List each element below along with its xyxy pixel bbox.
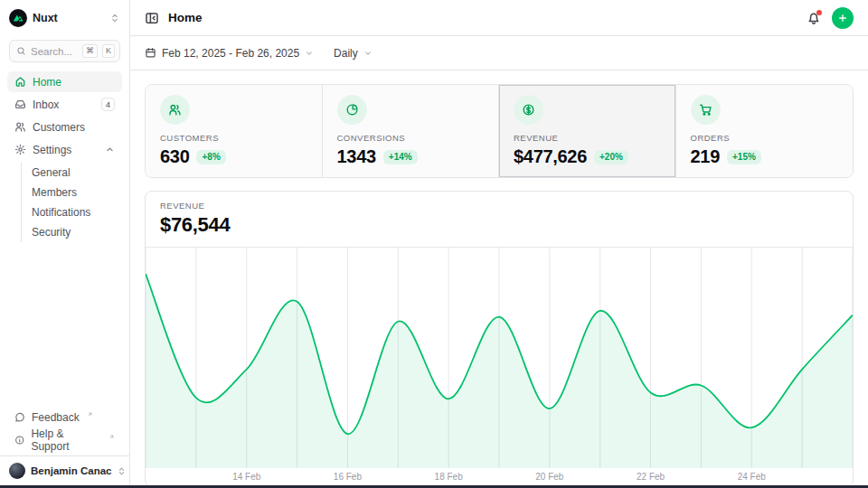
page-title: Home — [168, 11, 203, 24]
workspace-selector[interactable]: Nuxt — [0, 0, 129, 36]
calendar-icon — [145, 47, 156, 59]
users-icon — [14, 121, 26, 133]
chevrons-up-down-icon — [117, 466, 127, 476]
sidebar-item-home[interactable]: Home — [7, 71, 122, 92]
sidebar-item-label: Settings — [33, 144, 71, 156]
chart-total-value: $76,544 — [160, 213, 838, 237]
footer-link-label: Feedback — [32, 411, 80, 424]
nuxt-logo-icon — [9, 9, 27, 27]
sidebar-item-inbox[interactable]: Inbox 4 — [7, 94, 122, 115]
page-header: Home — [130, 0, 868, 36]
period-select[interactable]: Daily — [334, 47, 373, 60]
help-support-link[interactable]: Help & Support — [7, 429, 122, 450]
header-actions — [807, 7, 854, 29]
app-window: Nuxt ⌘ K Home Inbox 4 Customers — [0, 0, 868, 485]
stat-delta-badge: +15% — [727, 150, 761, 164]
avatar — [9, 463, 25, 479]
period-label: Daily — [334, 47, 358, 60]
plus-icon — [837, 13, 848, 23]
x-axis-tick-label: 20 Feb — [535, 472, 563, 482]
kbd-key: K — [102, 44, 115, 58]
sidebar-item-label: Home — [33, 76, 61, 89]
inbox-icon — [14, 99, 26, 110]
sidebar: Nuxt ⌘ K Home Inbox 4 Customers — [0, 0, 130, 485]
user-name: Benjamin Canac — [31, 465, 111, 476]
sidebar-collapse-button[interactable] — [145, 11, 159, 25]
search-input-wrapper[interactable]: ⌘ K — [9, 40, 120, 62]
stat-delta-badge: +14% — [383, 150, 418, 164]
stat-label: REVENUE — [514, 133, 661, 143]
sub-item-label: Members — [32, 186, 77, 199]
sub-item-label: Notifications — [32, 206, 90, 219]
chevron-down-icon — [363, 49, 373, 58]
stats-row: CUSTOMERS 630 +8% CONVERSIONS 1343 +14% — [145, 84, 854, 178]
x-axis-tick-label: 16 Feb — [334, 472, 362, 482]
chevron-up-icon — [105, 145, 115, 155]
kbd-meta: ⌘ — [82, 44, 98, 58]
revenue-chart-card: REVENUE $76,544 14 Feb16 Feb18 Feb20 Feb… — [145, 191, 854, 485]
notification-dot — [816, 10, 822, 15]
info-circle-icon — [14, 435, 24, 446]
feedback-link[interactable]: Feedback — [7, 407, 122, 427]
user-menu[interactable]: Benjamin Canac — [0, 455, 129, 485]
chart-title: REVENUE — [160, 201, 838, 211]
sidebar-spacer — [0, 243, 129, 407]
sidebar-item-label: Customers — [33, 121, 85, 134]
sub-item-label: Security — [32, 226, 71, 239]
date-range-picker[interactable]: Feb 12, 2025 - Feb 26, 2025 — [145, 47, 314, 60]
revenue-area-chart[interactable] — [146, 248, 853, 468]
dashboard-content: CUSTOMERS 630 +8% CONVERSIONS 1343 +14% — [130, 70, 868, 485]
stat-label: ORDERS — [691, 133, 839, 143]
stat-delta-badge: +8% — [196, 150, 225, 164]
arrow-up-right-icon — [108, 434, 115, 440]
search-input[interactable] — [31, 46, 78, 57]
x-axis-tick-label: 14 Feb — [232, 472, 260, 482]
message-bubble-icon — [14, 412, 25, 423]
panel-left-icon — [145, 11, 159, 25]
shopping-cart-icon — [691, 95, 721, 125]
stat-value: $477,626 — [514, 146, 587, 167]
notifications-button[interactable] — [807, 11, 821, 25]
date-range-label: Feb 12, 2025 - Feb 26, 2025 — [162, 47, 299, 60]
workspace-name: Nuxt — [33, 12, 58, 24]
chevron-down-icon — [305, 49, 314, 58]
search-icon — [16, 46, 26, 56]
stat-value: 219 — [691, 146, 720, 167]
stat-card-conversions[interactable]: CONVERSIONS 1343 +14% — [323, 85, 500, 177]
x-axis-tick-label: 18 Feb — [435, 472, 463, 482]
sidebar-item-label: Inbox — [33, 99, 59, 111]
sidebar-item-security[interactable]: Security — [22, 222, 122, 242]
home-icon — [14, 76, 26, 88]
settings-subnav: General Members Notifications Security — [21, 163, 122, 242]
sidebar-item-customers[interactable]: Customers — [7, 117, 122, 137]
chevrons-up-down-icon — [109, 13, 120, 23]
chart-x-axis: 14 Feb16 Feb18 Feb20 Feb22 Feb24 Feb — [146, 468, 853, 485]
sidebar-item-members[interactable]: Members — [22, 183, 122, 202]
sidebar-item-settings[interactable]: Settings — [7, 139, 122, 160]
stat-card-revenue[interactable]: REVENUE $477,626 +20% — [499, 85, 676, 177]
chart-header: REVENUE $76,544 — [146, 192, 853, 248]
gear-icon — [14, 144, 26, 155]
revenue-chart-svg — [146, 248, 853, 468]
main-area: Home Feb 12, 2025 - Feb 26, 2025 Daily — [130, 0, 868, 485]
sidebar-item-notifications[interactable]: Notifications — [22, 202, 122, 222]
inbox-count-badge: 4 — [101, 98, 115, 111]
sidebar-item-general[interactable]: General — [22, 163, 122, 183]
sub-item-label: General — [32, 166, 71, 179]
circle-dollar-icon — [514, 95, 543, 125]
x-axis-tick-label: 24 Feb — [738, 472, 766, 482]
stat-delta-badge: +20% — [594, 150, 628, 164]
filters-toolbar: Feb 12, 2025 - Feb 26, 2025 Daily — [130, 36, 868, 70]
pie-chart-icon — [337, 95, 367, 125]
arrow-up-right-icon — [87, 411, 93, 418]
stat-card-orders[interactable]: ORDERS 219 +15% — [676, 85, 854, 177]
sidebar-footer: Feedback Help & Support — [0, 407, 129, 455]
x-axis-tick-label: 22 Feb — [637, 472, 665, 482]
stat-value: 630 — [160, 146, 189, 167]
stat-label: CUSTOMERS — [160, 133, 307, 143]
stat-label: CONVERSIONS — [337, 133, 485, 143]
stat-value: 1343 — [337, 146, 376, 167]
footer-link-label: Help & Support — [31, 427, 101, 453]
stat-card-customers[interactable]: CUSTOMERS 630 +8% — [146, 85, 323, 177]
add-button[interactable] — [832, 7, 854, 29]
